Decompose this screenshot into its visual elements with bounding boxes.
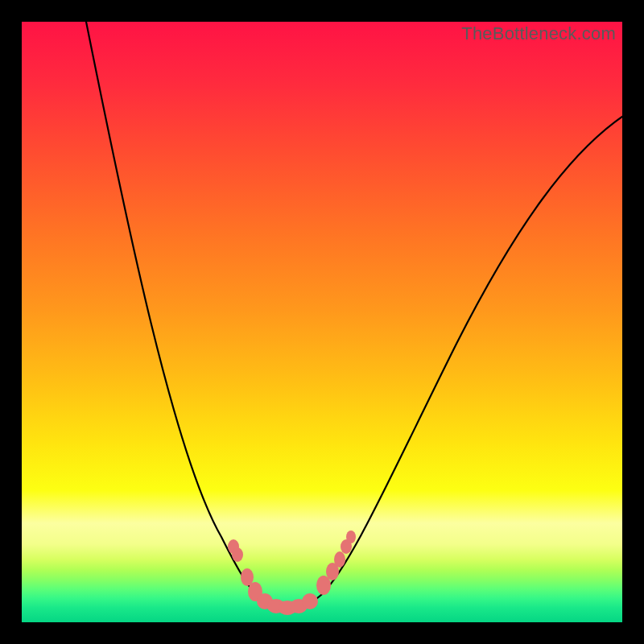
curve-layer — [22, 22, 622, 622]
highlight-blob — [334, 551, 345, 568]
highlight-blob — [346, 530, 356, 543]
curve-left — [85, 22, 287, 609]
curve-right — [287, 110, 622, 609]
valley-highlight — [228, 530, 356, 615]
highlight-blob — [232, 547, 243, 562]
highlight-blob — [302, 593, 318, 609]
chart-frame: TheBottleneck.com — [22, 22, 622, 622]
